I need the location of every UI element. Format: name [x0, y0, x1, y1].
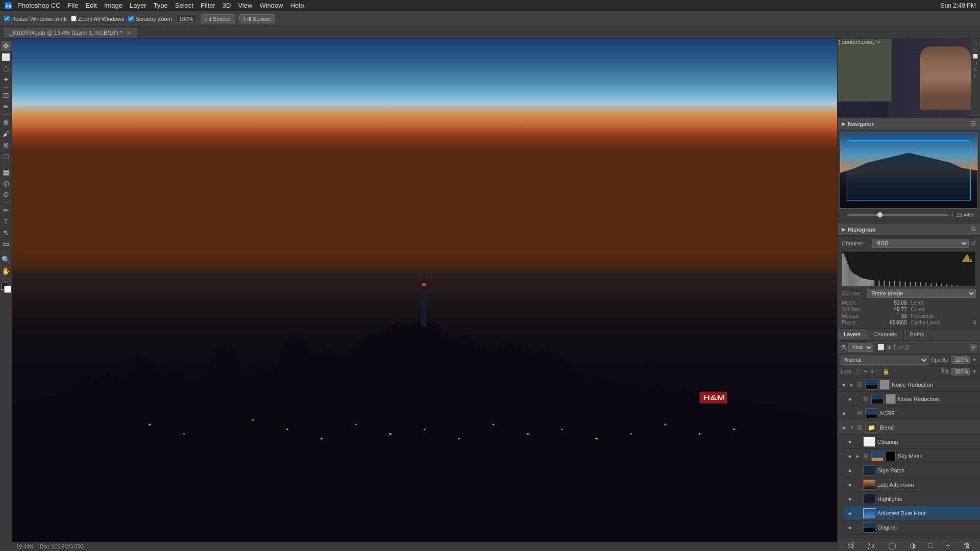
resize-windows-checkbox[interactable]: Resize Windows to Fit: [4, 16, 67, 22]
layer-item[interactable]: ● ⛓ ACRF: [838, 406, 980, 420]
layer-mask-button[interactable]: ◯: [888, 541, 896, 549]
foreground-background-colors[interactable]: [1, 283, 11, 293]
document-tab[interactable]: _8100694.psb @ 19.4% (Layer 1, RGB/16') …: [4, 28, 137, 38]
histogram-refresh-icon[interactable]: ↺: [971, 240, 976, 247]
layer-visibility-eye[interactable]: ●: [846, 495, 854, 503]
layer-item[interactable]: ● ▶ ⛓ Noise Reduction: [838, 378, 980, 392]
menu-filter[interactable]: Filter: [201, 2, 215, 9]
blur-tool[interactable]: ◎: [1, 178, 11, 188]
eyedropper-tool[interactable]: ✒: [1, 102, 11, 112]
layer-visibility-eye[interactable]: ●: [846, 395, 854, 403]
tab-close-button[interactable]: ✕: [127, 30, 131, 36]
panel-icon-3[interactable]: ⬜: [973, 54, 978, 59]
canvas-area[interactable]: H&M 19.44% Doc: 206.9M/3.05G: [12, 39, 837, 551]
panel-icon-5[interactable]: A: [974, 67, 976, 72]
marquee-tool[interactable]: ⬜: [1, 52, 11, 62]
menu-layer[interactable]: Layer: [130, 2, 146, 9]
histogram-menu-icon[interactable]: ☰: [971, 226, 976, 233]
fit-screen-button[interactable]: Fit Screen: [201, 14, 235, 23]
layer-new-button[interactable]: +: [946, 541, 950, 549]
filter-type-icon[interactable]: T: [893, 344, 896, 350]
layer-delete-button[interactable]: 🗑: [963, 541, 970, 549]
heal-tool[interactable]: ⊕: [1, 117, 11, 128]
filter-adjustment-icon[interactable]: ◑: [886, 344, 891, 350]
move-tool[interactable]: ✥: [1, 41, 11, 51]
navigator-menu-icon[interactable]: ☰: [971, 120, 976, 127]
layer-group-button[interactable]: □: [928, 541, 933, 549]
navigator-preview[interactable]: [840, 132, 978, 209]
gradient-tool[interactable]: ▦: [1, 167, 11, 177]
menu-edit[interactable]: Edit: [86, 2, 97, 9]
lasso-tool[interactable]: ◌: [1, 63, 11, 73]
opacity-arrow[interactable]: ▼: [972, 357, 977, 363]
eraser-tool[interactable]: ◻: [1, 151, 11, 161]
layer-item[interactable]: ● Highlights: [844, 492, 980, 506]
layer-link-bottom-button[interactable]: ⛓: [847, 541, 854, 549]
menu-window[interactable]: Window: [259, 2, 283, 9]
fill-input[interactable]: [951, 368, 970, 375]
hand-tool[interactable]: ✋: [1, 266, 11, 276]
filter-pixel-icon[interactable]: ⬜: [877, 344, 885, 350]
lock-position-icon[interactable]: ✛: [870, 368, 874, 375]
layer-expand-arrow[interactable]: ▶: [856, 454, 861, 459]
menu-3d[interactable]: 3D: [223, 2, 231, 9]
layer-item[interactable]: ● Original: [844, 520, 980, 535]
filter-shape-icon[interactable]: ▭: [898, 344, 903, 350]
layers-filter-toggle[interactable]: ●: [970, 344, 977, 351]
lock-transparent-icon[interactable]: ⬛: [855, 368, 862, 375]
tab-channels[interactable]: Channels: [867, 329, 903, 340]
layer-visibility-eye[interactable]: ●: [846, 438, 854, 446]
layer-item[interactable]: ● Adjusted Blue Hour: [844, 506, 980, 520]
filter-smart-icon[interactable]: ⊡: [904, 344, 909, 350]
navigator-zoom-in[interactable]: +: [950, 211, 954, 219]
histogram-channel-select[interactable]: RGB Red Green Blue: [872, 239, 969, 248]
fill-screen-button[interactable]: Fill Screen: [239, 14, 275, 23]
lock-artboard-icon[interactable]: ⬚: [876, 368, 881, 375]
pen-tool[interactable]: ✏: [1, 205, 11, 215]
navigator-header[interactable]: ▶ Navigator ☰: [838, 118, 980, 130]
zoom-input[interactable]: [176, 15, 197, 23]
menu-help[interactable]: Help: [290, 2, 304, 9]
panel-icon-4[interactable]: ⊟: [974, 61, 977, 65]
layers-kind-select[interactable]: Kind: [848, 343, 873, 352]
histogram-source-select[interactable]: Entire Image: [867, 289, 976, 298]
layer-item[interactable]: ● Cleanup: [844, 435, 980, 449]
menu-file[interactable]: File: [68, 2, 79, 9]
stamp-tool[interactable]: ⊗: [1, 140, 11, 150]
menu-image[interactable]: Image: [104, 2, 122, 9]
shape-tool[interactable]: ▭: [1, 239, 11, 249]
layer-item[interactable]: ● ⛓ Noise Reduction: [844, 392, 980, 406]
layer-visibility-eye[interactable]: ●: [840, 423, 848, 432]
tab-paths[interactable]: Paths: [904, 329, 931, 340]
magic-wand-tool[interactable]: ✦: [1, 74, 11, 85]
layer-visibility-eye[interactable]: ●: [846, 509, 854, 517]
lock-pixels-icon[interactable]: ✒: [864, 368, 868, 375]
path-select-tool[interactable]: ↖: [1, 228, 11, 238]
layer-visibility-eye[interactable]: ●: [840, 381, 848, 389]
tab-layers[interactable]: Layers: [838, 329, 867, 340]
navigator-zoom-thumb[interactable]: [877, 212, 883, 217]
crop-tool[interactable]: ⊡: [1, 90, 11, 101]
layer-visibility-eye[interactable]: ●: [846, 452, 854, 460]
layer-expand-arrow[interactable]: ▶: [850, 382, 855, 387]
histogram-header[interactable]: ▶ Histogram ☰: [838, 223, 980, 236]
zoom-all-checkbox[interactable]: Zoom All Windows: [71, 16, 124, 22]
layer-expand-arrow[interactable]: ▼: [850, 425, 855, 430]
layer-style-button[interactable]: ƒx: [867, 541, 875, 549]
opacity-input[interactable]: [951, 356, 970, 364]
layer-item[interactable]: ● Late Afternoon: [844, 478, 980, 492]
dodge-tool[interactable]: ⊙: [1, 189, 11, 199]
panel-icon-2[interactable]: ▷: [974, 47, 977, 52]
brush-tool[interactable]: 🖌: [1, 129, 11, 139]
layer-visibility-eye[interactable]: ●: [846, 481, 854, 489]
blend-mode-select[interactable]: Normal Multiply Screen Overlay: [841, 356, 928, 365]
menu-view[interactable]: View: [238, 2, 252, 9]
layer-visibility-eye[interactable]: ●: [846, 466, 854, 474]
layer-visibility-eye[interactable]: ●: [846, 523, 854, 532]
layer-item[interactable]: ● ▶ ⛓ Sky Mask: [844, 449, 980, 463]
type-tool[interactable]: T: [1, 216, 11, 227]
layer-adjustment-button[interactable]: ◑: [910, 541, 916, 549]
scrubby-zoom-checkbox[interactable]: Scrubby Zoom: [128, 16, 172, 22]
navigator-zoom-out[interactable]: −: [841, 211, 845, 219]
panel-icon-1[interactable]: ⬚: [973, 41, 977, 45]
